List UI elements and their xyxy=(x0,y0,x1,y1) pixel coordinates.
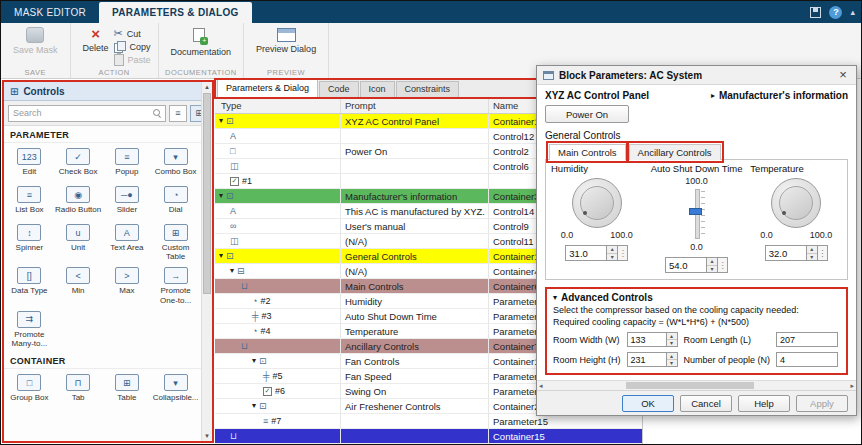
dial-control[interactable] xyxy=(771,178,821,228)
value-spinner[interactable]: 31.0▴▾⋮ xyxy=(565,245,628,261)
power-on-button[interactable]: Power On xyxy=(545,105,629,123)
dialog-titlebar[interactable]: Block Parameters: AC System × xyxy=(537,66,856,85)
palette-item-max[interactable]: >Max xyxy=(103,264,152,307)
table-row[interactable]: ≡#7Parameter15 xyxy=(215,414,642,429)
copy-button[interactable]: Copy xyxy=(114,40,151,53)
palette-item-min[interactable]: <Min xyxy=(54,264,103,307)
field-value[interactable]: 4 xyxy=(776,352,838,367)
field-room-width-w[interactable]: 133▴▾ xyxy=(627,332,678,347)
field-room-height-h[interactable]: 231▴▾ xyxy=(627,352,678,367)
expander-icon[interactable]: ▾ xyxy=(219,117,223,125)
save-icon[interactable] xyxy=(810,7,821,18)
spinner-up-icon[interactable]: ▴ xyxy=(807,246,817,254)
tab-mask-editor[interactable]: MASK EDITOR xyxy=(1,1,99,23)
help-icon[interactable]: ? xyxy=(829,6,842,19)
expander-icon[interactable]: ▾ xyxy=(230,267,234,275)
palette-item-edit[interactable]: 123Edit xyxy=(5,145,54,183)
palette-item-collapsible[interactable]: ▾Collapsible... xyxy=(151,371,200,409)
palette-item-promote-many-to[interactable]: ⇉Promote Many-to... xyxy=(5,308,54,351)
editor-tab-icon[interactable]: Icon xyxy=(360,81,395,97)
field-value[interactable]: 207 xyxy=(776,332,838,347)
list-view-button[interactable]: ≡ xyxy=(169,105,187,122)
field-room-length-l[interactable]: 207 xyxy=(776,332,840,347)
palette-item-slider[interactable]: ─●Slider xyxy=(103,183,152,221)
expander-icon[interactable]: ▾ xyxy=(252,357,256,365)
editor-tab-parameters-dialog[interactable]: Parameters & Dialog xyxy=(217,78,318,97)
controls-scrollbar[interactable]: ▴ ▾ xyxy=(201,82,212,441)
dialog-tab-main-controls[interactable]: Main Controls xyxy=(549,144,626,160)
advanced-controls-header[interactable]: ▾ Advanced Controls xyxy=(553,292,840,303)
spinner-grip-icon[interactable]: ⋮ xyxy=(718,257,728,273)
scroll-right-icon[interactable]: ▸ xyxy=(850,382,854,390)
table-row[interactable]: ⊔Container15 xyxy=(215,429,642,444)
column-header-type[interactable]: Type xyxy=(215,98,341,113)
preview-dialog-button[interactable]: Preview Dialog xyxy=(251,26,321,55)
palette-item-list-box[interactable]: ≡List Box xyxy=(5,183,54,221)
value-spinner[interactable]: 54.0▴▾⋮ xyxy=(665,257,728,273)
palette-item-tab[interactable]: ⊓Tab xyxy=(54,371,103,409)
spinner-up-icon[interactable]: ▴ xyxy=(607,246,617,254)
palette-item-label: Promote Many-to... xyxy=(6,330,53,348)
dial-control[interactable] xyxy=(572,178,622,228)
tab-parameters-and-dialog[interactable]: PARAMETERS & DIALOG xyxy=(99,2,252,23)
spinner-down-icon[interactable]: ▾ xyxy=(607,254,617,261)
palette-item-custom-table[interactable]: ⊞Custom Table xyxy=(151,221,200,264)
spinner-value[interactable]: 31.0 xyxy=(565,245,607,261)
column-header-prompt[interactable]: Prompt xyxy=(341,98,489,113)
editor-tab-constraints[interactable]: Constraints xyxy=(396,81,460,97)
spinner-up-icon[interactable]: ▴ xyxy=(707,258,717,266)
field-value[interactable]: 133 xyxy=(627,332,667,347)
manufacturer-info-toggle[interactable]: ▸ Manufacturer's information xyxy=(711,90,848,101)
scroll-left-icon[interactable]: ◂ xyxy=(539,382,543,390)
search-input[interactable]: Search xyxy=(8,105,166,122)
cut-button[interactable]: ✂ Cut xyxy=(114,27,151,40)
palette-item-group-box[interactable]: □Group Box xyxy=(5,371,54,409)
palette-item-unit[interactable]: uUnit xyxy=(54,221,103,264)
palette-item-dial[interactable]: ◔Dial xyxy=(151,183,200,221)
spinner-grip-icon[interactable]: ⋮ xyxy=(818,245,828,261)
spinner-up-icon[interactable]: ▴ xyxy=(667,333,677,340)
save-mask-button[interactable]: Save Mask xyxy=(8,26,63,56)
field-number-of-people-n[interactable]: 4 xyxy=(776,352,840,367)
scroll-thumb-horizontal[interactable] xyxy=(626,382,754,389)
palette-item-text-area[interactable]: AText Area xyxy=(103,221,152,264)
spinner-value[interactable]: 54.0 xyxy=(665,257,707,273)
slider-handle[interactable] xyxy=(689,208,702,215)
spinner-down-icon[interactable]: ▾ xyxy=(667,340,677,346)
cancel-button[interactable]: Cancel xyxy=(680,395,732,412)
spinner-down-icon[interactable]: ▾ xyxy=(807,254,817,261)
palette-item-data-type[interactable]: []Data Type xyxy=(5,264,54,307)
documentation-button[interactable]: Documentation xyxy=(166,26,237,58)
spinner-grip-icon[interactable]: ⋮ xyxy=(618,245,628,261)
apply-button[interactable]: Apply xyxy=(796,395,848,412)
paste-button[interactable]: Paste xyxy=(114,53,151,66)
slider-control[interactable] xyxy=(688,189,706,239)
chevron-up-icon[interactable]: ▴ xyxy=(850,8,855,17)
spinner-up-icon[interactable]: ▴ xyxy=(667,353,677,360)
expander-icon[interactable]: ▾ xyxy=(252,402,256,410)
scroll-thumb[interactable] xyxy=(203,93,211,294)
horizontal-scrollbar[interactable]: ◂ ▸ xyxy=(537,380,856,390)
spinner-down-icon[interactable]: ▾ xyxy=(707,266,717,273)
ok-button[interactable]: OK xyxy=(622,395,674,412)
palette-item-promote-one-to[interactable]: →Promote One-to... xyxy=(151,264,200,307)
field-value[interactable]: 231 xyxy=(627,352,667,367)
palette-item-radio-button[interactable]: ◉Radio Button xyxy=(54,183,103,221)
spinner-value[interactable]: 32.0 xyxy=(765,245,807,261)
scroll-up-icon[interactable]: ▴ xyxy=(202,82,212,92)
close-icon[interactable]: × xyxy=(836,68,850,82)
delete-button[interactable]: × Delete xyxy=(78,26,114,54)
palette-item-spinner[interactable]: ↕Spinner xyxy=(5,221,54,264)
palette-item-table[interactable]: ⊞Table xyxy=(103,371,152,409)
value-spinner[interactable]: 32.0▴▾⋮ xyxy=(765,245,828,261)
spinner-down-icon[interactable]: ▾ xyxy=(667,360,677,366)
scroll-down-icon[interactable]: ▾ xyxy=(202,431,212,441)
expander-icon[interactable]: ▾ xyxy=(219,192,223,200)
expander-icon[interactable]: ▾ xyxy=(219,252,223,260)
palette-item-popup[interactable]: ≡Popup xyxy=(103,145,152,183)
dialog-tab-ancillary-controls[interactable]: Ancillary Controls xyxy=(629,144,721,160)
palette-item-combo-box[interactable]: ▾Combo Box xyxy=(151,145,200,183)
help-button[interactable]: Help xyxy=(738,395,790,412)
editor-tab-code[interactable]: Code xyxy=(319,81,359,97)
palette-item-check-box[interactable]: ✓Check Box xyxy=(54,145,103,183)
